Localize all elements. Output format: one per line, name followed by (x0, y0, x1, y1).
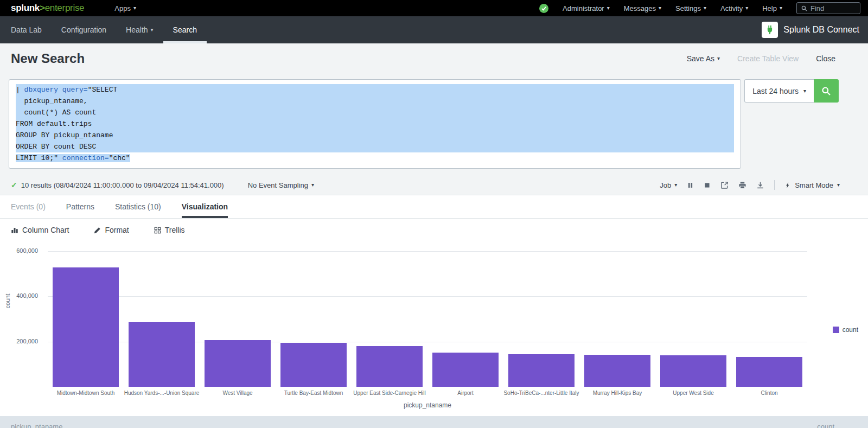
bar-10[interactable] (736, 357, 802, 387)
print-button[interactable] (738, 181, 746, 189)
stop-button[interactable] (704, 182, 711, 189)
pause-button[interactable] (687, 182, 694, 189)
stats-header-pickup-ntaname[interactable]: pickup_ntaname (11, 423, 62, 428)
appbar-item-search[interactable]: Search (163, 16, 207, 43)
stats-header-count[interactable]: count (817, 423, 834, 428)
tab-patterns[interactable]: Patterns (66, 195, 94, 218)
save-as-button[interactable]: Save As ▾ (687, 54, 720, 63)
page-actions: Save As ▾ Create Table View Close (687, 54, 835, 63)
bar-slot (200, 340, 276, 387)
close-button[interactable]: Close (816, 54, 835, 63)
user-menu[interactable]: Administrator ▾ (563, 4, 610, 12)
caret-down-icon: ▾ (745, 5, 748, 11)
legend-swatch (833, 327, 839, 333)
chart-type-button[interactable]: Column Chart (11, 226, 69, 234)
caret-down-icon: ▾ (311, 182, 314, 188)
activity-menu-label: Activity (720, 4, 743, 12)
page-title: New Search (11, 51, 85, 66)
bar-9[interactable] (660, 355, 726, 387)
tab-visualization[interactable]: Visualization (182, 195, 228, 218)
appbar-item-configuration[interactable]: Configuration (52, 16, 116, 43)
app-identity: Splunk DB Connect (762, 16, 859, 43)
help-menu[interactable]: Help ▾ (762, 4, 782, 12)
bar-slot (276, 343, 352, 387)
column-chart-icon (11, 226, 18, 234)
chart-type-label: Column Chart (22, 226, 69, 234)
bar-4[interactable] (280, 343, 347, 387)
trellis-label: Trellis (165, 226, 185, 234)
bar-7[interactable] (508, 354, 575, 387)
x-axis-category-label: SoHo-TriBeCa-...nter-Little Italy (503, 390, 579, 396)
settings-menu[interactable]: Settings ▾ (675, 4, 706, 12)
viz-toolbar: Column Chart Format Trellis (0, 219, 868, 241)
caret-down-icon: ▾ (151, 27, 154, 33)
settings-menu-label: Settings (675, 4, 701, 12)
bar-slot (503, 354, 579, 387)
lightning-icon (784, 182, 791, 189)
job-menu[interactable]: Job ▾ (660, 181, 677, 189)
app-navbar: Data Lab Configuration Health ▾ Search S… (0, 16, 868, 43)
query-line: LIMIT 10;" connection="chc" (16, 152, 734, 164)
share-button[interactable] (720, 181, 729, 189)
bar-8[interactable] (584, 355, 650, 387)
caret-down-icon: ▾ (659, 5, 661, 11)
legend[interactable]: count (833, 326, 858, 334)
bar-slot (124, 322, 200, 387)
logo-splunk-text: splunk (11, 3, 40, 13)
caret-down-icon: ▾ (780, 5, 782, 11)
result-tabs: Events (0) Patterns Statistics (10) Visu… (0, 195, 868, 219)
bar-3[interactable] (205, 340, 271, 387)
query-line: count(*) AS count (16, 107, 734, 118)
event-sampling-dropdown[interactable]: No Event Sampling ▾ (248, 181, 314, 189)
search-query-editor[interactable]: | dbxquery query="SELECT pickup_ntaname,… (9, 79, 741, 169)
search-icon (801, 5, 807, 11)
export-button[interactable] (756, 181, 764, 189)
bar-5[interactable] (356, 346, 423, 387)
messages-menu[interactable]: Messages ▾ (624, 4, 661, 12)
divider (774, 180, 775, 190)
logo-gt-text: > (40, 3, 45, 13)
x-axis-category-label: Midtown-Midtown South (48, 390, 124, 396)
appbar-item-data-lab[interactable]: Data Lab (1, 16, 52, 43)
status-ok-icon[interactable] (539, 4, 548, 13)
query-line: GROUP BY pickup_ntaname (16, 130, 734, 141)
tab-statistics[interactable]: Statistics (10) (115, 195, 161, 218)
bar-2[interactable] (129, 322, 195, 387)
create-table-view-label: Create Table View (737, 54, 799, 63)
search-bar: | dbxquery query="SELECT pickup_ntaname,… (0, 74, 868, 175)
bar-1[interactable] (53, 267, 119, 387)
x-axis-category-label: Upper East Side-Carnegie Hill (352, 390, 427, 396)
find-box[interactable] (796, 2, 860, 14)
caret-down-icon: ▾ (133, 5, 136, 11)
create-table-view-button[interactable]: Create Table View (737, 54, 799, 63)
trellis-icon (154, 227, 161, 234)
time-range-picker[interactable]: Last 24 hours ▾ (744, 79, 814, 103)
format-button[interactable]: Format (94, 226, 129, 234)
results-check-icon: ✓ (11, 181, 17, 189)
find-input[interactable] (810, 4, 856, 12)
y-axis-tick-label: 200,000 (0, 338, 38, 344)
appbar-item-label: Health (126, 25, 148, 34)
bar-6[interactable] (432, 353, 499, 387)
x-axis-category-label: Airport (427, 390, 503, 396)
bar-slot (48, 267, 124, 387)
results-bar: ✓ 10 results (08/04/2024 11:00:00.000 to… (0, 175, 868, 195)
activity-menu[interactable]: Activity ▾ (720, 4, 748, 12)
search-button[interactable] (814, 79, 839, 103)
appbar-item-health[interactable]: Health ▾ (116, 16, 163, 43)
x-axis-category-label: Murray Hill-Kips Bay (579, 390, 655, 396)
smart-mode-dropdown[interactable]: Smart Mode ▾ (784, 181, 840, 189)
y-axis-tick-label: 400,000 (0, 292, 38, 299)
tab-events[interactable]: Events (0) (11, 195, 46, 218)
trellis-button[interactable]: Trellis (154, 226, 185, 234)
legend-label: count (843, 326, 858, 334)
db-connect-icon (762, 22, 778, 38)
x-axis-category-label: Turtle Bay-East Midtown (276, 390, 352, 396)
x-axis-category-label: Clinton (731, 390, 807, 396)
caret-down-icon: ▾ (837, 182, 840, 188)
time-range-label: Last 24 hours (752, 87, 799, 95)
caret-down-icon: ▾ (704, 5, 706, 11)
y-axis-ticks: 200,000400,000600,000 (0, 251, 42, 387)
apps-menu[interactable]: Apps ▾ (114, 4, 136, 12)
splunk-logo[interactable]: splunk>enterprise (11, 3, 84, 14)
